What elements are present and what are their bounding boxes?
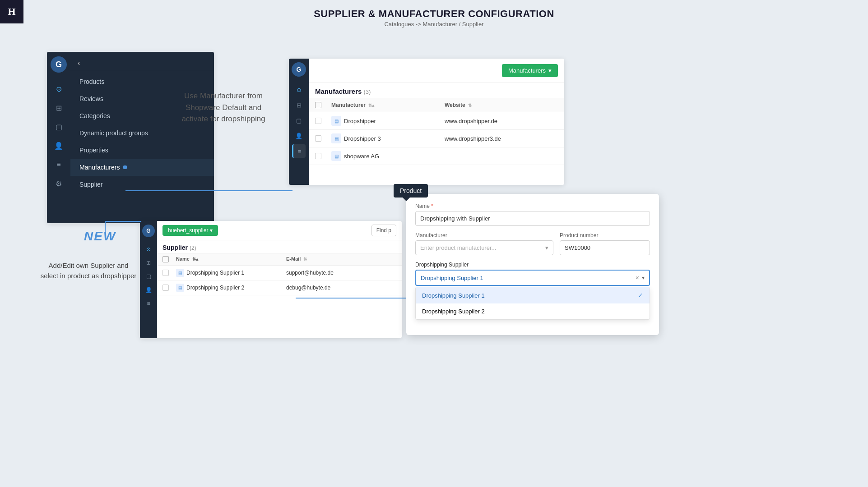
required-indicator: * bbox=[431, 203, 433, 209]
product-tooltip-label: Product bbox=[400, 187, 422, 194]
connector-line-4 bbox=[296, 298, 408, 299]
p2-logo: G bbox=[292, 62, 306, 77]
header-checkbox[interactable] bbox=[315, 102, 321, 108]
product-number-label: Product number bbox=[560, 232, 650, 239]
sort-website-icon[interactable]: ⇅ bbox=[468, 103, 472, 108]
p2-icon-dashboard[interactable]: ⊙ bbox=[292, 83, 306, 96]
back-icon: ‹ bbox=[78, 59, 80, 67]
p2-icon-grid[interactable]: ⊞ bbox=[292, 98, 306, 112]
product-number-field: Product number bbox=[560, 232, 650, 255]
sidebar-logo: G bbox=[51, 56, 67, 73]
menu-item-manufacturers[interactable]: Manufacturers bbox=[70, 159, 214, 176]
connector-line-1 bbox=[125, 190, 292, 191]
p4-icon-chart[interactable]: ≡ bbox=[143, 298, 154, 309]
back-button[interactable]: ‹ bbox=[70, 55, 214, 71]
menu-label-supplier: Supplier bbox=[79, 181, 102, 188]
supplier-row-checkbox[interactable] bbox=[162, 270, 169, 276]
table-row: ▤ Dropshipper www.dropshipper.de bbox=[309, 112, 564, 130]
active-indicator bbox=[123, 165, 127, 169]
menu-item-dynamic-groups[interactable]: Dynamic product groups bbox=[70, 124, 214, 142]
menu-label-dynamic-groups: Dynamic product groups bbox=[79, 129, 148, 137]
page-header: SUPPLIER & MANUFACTURER CONFIGURATION Ca… bbox=[0, 0, 868, 29]
row-icon: ▤ bbox=[331, 133, 341, 143]
nav-icon-chart[interactable]: ≡ bbox=[51, 156, 67, 173]
manufacturer-field: Manufacturer Enter product manufacturer.… bbox=[415, 232, 553, 255]
dropshipping-dropdown: Dropshipping Supplier 1 ✓ Dropshipping S… bbox=[415, 287, 650, 320]
manufacturers-title: Manufacturers (3) bbox=[309, 83, 564, 98]
connector-line-2 bbox=[105, 221, 141, 222]
p2-icon-box[interactable]: ▢ bbox=[292, 114, 306, 127]
page-title: SUPPLIER & MANUFACTURER CONFIGURATION bbox=[0, 8, 868, 20]
supplier-title: Supplier (2) bbox=[157, 240, 402, 253]
menu-label-properties: Properties bbox=[79, 147, 108, 154]
nav-icon-gear[interactable]: ⚙ bbox=[51, 175, 67, 192]
supplier-dropdown-button[interactable]: huebert_supplier ▾ bbox=[162, 225, 218, 236]
sort-name-icon[interactable]: ⇅▴ bbox=[192, 257, 198, 262]
manufacturers-table-header: Manufacturer ⇅▴ Website ⇅ bbox=[309, 98, 564, 112]
panel4-supplier: G ⊙ ⊞ ▢ 👤 ≡ huebert_supplier ▾ Find p Su… bbox=[140, 221, 402, 338]
supplier-btn-label: huebert_supplier bbox=[168, 227, 208, 234]
table-row: ▤ Dropshipper 3 www.dropshipper3.de bbox=[309, 130, 564, 147]
nav-icon-users[interactable]: 👤 bbox=[51, 138, 67, 154]
find-btn-label: Find p bbox=[376, 227, 391, 234]
supplier-row-checkbox[interactable] bbox=[162, 285, 169, 291]
row-icon: ▤ bbox=[331, 151, 341, 161]
p4-icon-grid[interactable]: ⊞ bbox=[143, 257, 154, 269]
supplier-row-icon: ▤ bbox=[176, 284, 184, 292]
p4-icon-users[interactable]: 👤 bbox=[143, 284, 154, 296]
supplier-count: (2) bbox=[190, 245, 196, 251]
panel2-topbar: Manufacturers ▾ bbox=[309, 59, 564, 83]
p2-icon-chart[interactable]: ≡ bbox=[292, 144, 306, 158]
menu-item-products[interactable]: Products bbox=[70, 73, 214, 90]
col-manufacturer: Manufacturer ⇅▴ bbox=[331, 102, 445, 108]
panel2-main: Manufacturers ▾ Manufacturers (3) Manufa… bbox=[309, 59, 564, 185]
panel1-sidebar: G ⊙ ⊞ ▢ 👤 ≡ ⚙ ‹ Products Reviews Categor… bbox=[47, 52, 214, 223]
select-chevron-icon: ▾ bbox=[545, 244, 548, 251]
product-number-input[interactable] bbox=[560, 240, 650, 255]
manufacturer-select[interactable]: Enter product manufacturer... ▾ bbox=[415, 240, 553, 255]
p2-icon-users[interactable]: 👤 bbox=[292, 129, 306, 142]
p4-logo: G bbox=[142, 225, 155, 237]
supplier-row-icon: ▤ bbox=[176, 269, 184, 277]
sort-email-icon[interactable]: ⇅ bbox=[303, 257, 307, 262]
menu-item-properties[interactable]: Properties bbox=[70, 142, 214, 159]
product-tooltip: Product bbox=[394, 184, 428, 198]
supplier-btn-chevron: ▾ bbox=[210, 227, 213, 234]
ds-clear-button[interactable]: × bbox=[636, 274, 639, 281]
sidebar-icon-strip: G ⊙ ⊞ ▢ 👤 ≡ ⚙ bbox=[47, 52, 70, 223]
row-checkbox[interactable] bbox=[315, 118, 321, 124]
dropshipping-supplier-label: Dropshipping Supplier bbox=[415, 262, 650, 268]
row-checkbox[interactable] bbox=[315, 153, 321, 159]
connector-line-3 bbox=[105, 221, 106, 234]
nav-icon-grid[interactable]: ⊞ bbox=[51, 100, 67, 116]
panel4-main: huebert_supplier ▾ Find p Supplier (2) N… bbox=[157, 221, 402, 338]
logo-h-text: H bbox=[8, 6, 15, 18]
menu-label-products: Products bbox=[79, 78, 104, 85]
manufacturers-btn-label: Manufacturers bbox=[508, 67, 546, 74]
ds-chevron-icon[interactable]: ▾ bbox=[642, 275, 645, 281]
dropdown-option-1[interactable]: Dropshipping Supplier 1 ✓ bbox=[416, 287, 650, 303]
p4-icon-dashboard[interactable]: ⊙ bbox=[143, 244, 154, 255]
row-checkbox[interactable] bbox=[315, 135, 321, 142]
supplier-header-checkbox[interactable] bbox=[162, 256, 169, 262]
new-label: NEW bbox=[84, 229, 116, 244]
panel2-manufacturers: G ⊙ ⊞ ▢ 👤 ≡ Manufacturers ▾ Manufacturer… bbox=[289, 59, 564, 185]
dropdown-option-2[interactable]: Dropshipping Supplier 2 bbox=[416, 303, 650, 319]
manufacturers-dropdown-button[interactable]: Manufacturers ▾ bbox=[502, 64, 558, 77]
name-input[interactable] bbox=[415, 211, 650, 226]
nav-icon-dashboard[interactable]: ⊙ bbox=[51, 81, 67, 97]
dropshipping-supplier-value: Dropshipping Supplier 1 bbox=[421, 275, 483, 281]
sort-manufacturer-icon[interactable]: ⇅▴ bbox=[368, 103, 374, 108]
find-button[interactable]: Find p bbox=[371, 225, 396, 236]
nav-icon-box[interactable]: ▢ bbox=[51, 119, 67, 135]
menu-label-categories: Categories bbox=[79, 112, 110, 119]
panel4-sidebar-icons: G ⊙ ⊞ ▢ 👤 ≡ bbox=[140, 221, 157, 338]
p4-icon-box[interactable]: ▢ bbox=[143, 271, 154, 282]
supplier-col-email: E-Mail ⇅ bbox=[286, 256, 396, 262]
p2-logo-g: G bbox=[297, 66, 302, 73]
bottom-description: Add/Edit own Supplier and select in prod… bbox=[39, 261, 138, 281]
supplier-table-row: ▤ Dropshipping Supplier 1 support@hubyte… bbox=[157, 266, 402, 280]
dropshipping-supplier-input[interactable]: Dropshipping Supplier 1 × ▾ bbox=[415, 270, 650, 286]
panel4-topbar: huebert_supplier ▾ Find p bbox=[157, 221, 402, 240]
option-label-1: Dropshipping Supplier 1 bbox=[422, 292, 485, 299]
